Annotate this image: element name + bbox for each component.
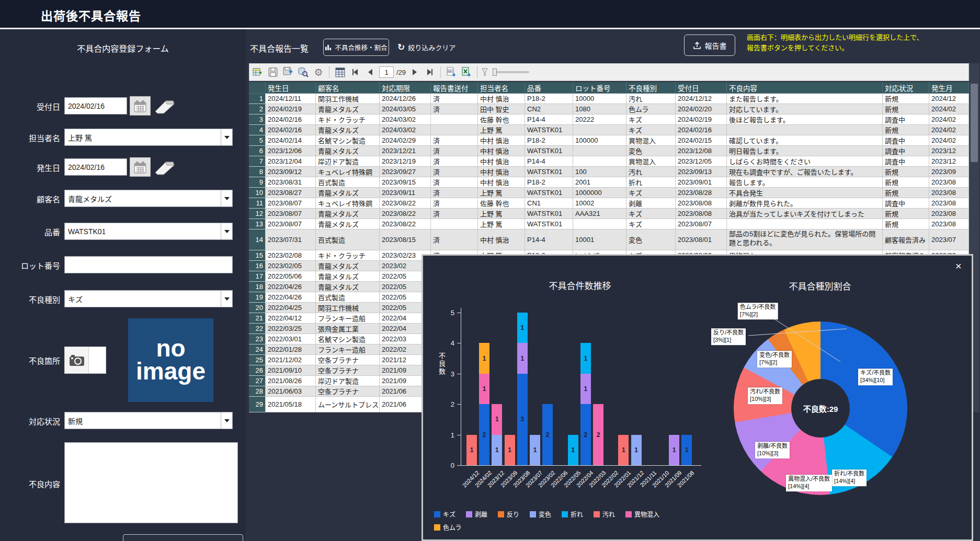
table-cell[interactable]: 2021/06/03 [266,386,316,397]
settings-gear-icon[interactable]: ⚙ [312,66,325,78]
table-cell[interactable]: 治具が当たってしまいキズを付けてしまった [727,209,883,219]
page-input[interactable]: 1 [379,66,394,78]
table-cell[interactable]: 新規 [883,219,929,229]
table-cell[interactable]: 新規 [883,188,929,198]
table-cell[interactable]: 調査中 [883,156,929,167]
table-cell[interactable]: AAA321 [573,209,626,219]
table-cell[interactable]: 中村 慎治 [478,229,525,250]
table-cell[interactable]: 2021/12/02 [266,355,316,365]
table-cell[interactable]: 岸辺ドア製造 [316,156,380,167]
table-cell[interactable]: 調査中 [883,135,929,146]
person-dropdown-button[interactable] [221,129,232,145]
table-cell[interactable]: 中村 慎治 [478,135,525,146]
table-cell[interactable]: 済 [431,146,478,156]
table-cell[interactable]: 済 [431,94,478,104]
table-cell[interactable]: 2023/12/05 [676,156,727,167]
occur-erase-button[interactable] [153,157,176,177]
table-cell[interactable]: 2022/04/26 [266,292,316,303]
table-cell[interactable]: 2023/08/01 [676,229,727,250]
customer-dropdown-button[interactable] [221,190,232,206]
row-number[interactable]: 4 [249,125,266,135]
table-cell[interactable]: WATSTK01 [525,146,573,156]
column-header[interactable]: 顧客名 [316,82,380,94]
table-cell[interactable]: 2023/08 [929,209,969,219]
table-cell[interactable]: P18-2 [525,135,573,146]
column-header[interactable]: 不良内容 [727,82,883,94]
add-record-button[interactable] [252,66,264,78]
table-cell[interactable]: 新規 [883,125,929,135]
table-cell[interactable]: CN2 [525,104,573,114]
table-cell[interactable]: 新規 [883,167,929,177]
table-cell[interactable]: 不具合発生 [727,188,883,198]
defect-detail-textarea[interactable] [64,442,238,523]
table-cell[interactable]: また報告します。 [727,94,883,104]
table-cell[interactable]: 10001 [573,229,626,250]
table-cell[interactable]: 調査中 [883,198,929,209]
save-upload-button[interactable] [282,66,294,78]
table-cell[interactable]: 済 [431,177,478,188]
clear-filter-button[interactable]: ↻ 絞り込みクリア [397,42,455,53]
chart-toggle-button[interactable]: 不具合推移・割合 [323,39,389,56]
table-cell[interactable]: 2023/12/19 [380,156,431,167]
row-number[interactable]: 21 [249,313,266,324]
table-cell[interactable]: 2023/08/08 [676,198,727,209]
row-number[interactable]: 27 [249,376,266,386]
reception-erase-button[interactable] [153,96,176,116]
table-cell[interactable]: 2022/01/28 [266,344,316,355]
table-cell[interactable]: 名鯱マシン製造 [316,135,380,146]
table-cell[interactable]: キズ [626,125,676,135]
row-number[interactable]: 19 [249,292,266,303]
scrollbar-thumb[interactable] [971,84,978,162]
table-cell[interactable]: 2023/09/01 [676,177,727,188]
row-number[interactable]: 16 [249,261,266,271]
row-number[interactable]: 29 [249,397,266,412]
table-cell[interactable]: P18-2 [525,177,573,188]
customer-select[interactable]: 青龍メタルズ [64,190,233,207]
excel-export-button[interactable] [460,66,473,78]
table-cell[interactable]: 2024/03/02 [380,125,431,135]
table-cell[interactable]: 百式製造 [316,292,380,303]
status-dropdown-button[interactable] [221,412,232,429]
table-cell[interactable]: 2021/08/26 [266,376,316,386]
status-select[interactable]: 新規 [64,412,233,429]
table-cell[interactable]: 2023/07/31 [266,229,316,250]
row-number[interactable]: 7 [249,156,266,167]
camera-button[interactable] [64,347,89,374]
table-cell[interactable] [431,219,478,229]
table-cell[interactable]: WATSTK01 [525,188,573,198]
table-cell[interactable]: 青龍メタルズ [316,104,380,114]
table-cell[interactable]: 2023/08/07 [266,198,316,209]
table-cell[interactable]: 済 [431,188,478,198]
table-cell[interactable]: 2023/08/08 [676,209,727,219]
table-cell[interactable]: 変色 [626,229,676,250]
prev-page-button[interactable] [364,66,377,78]
image-slot[interactable] [89,347,106,374]
table-cell[interactable] [431,125,478,135]
table-cell[interactable]: 2024/02/16 [676,125,727,135]
table-cell[interactable]: 2024/03/05 [380,104,431,114]
table-cell[interactable]: ムーンサルトプレス [316,397,380,412]
table-cell[interactable]: 2024/02/14 [266,135,316,146]
row-number[interactable]: 22 [249,324,266,334]
table-cell[interactable]: 剥離が数件見られた。 [727,198,883,209]
row-number[interactable]: 28 [249,386,266,397]
table-cell[interactable]: 済 [431,167,478,177]
table-cell[interactable]: 2023/12 [929,146,969,156]
zoom-slider-handle[interactable] [493,68,497,76]
table-cell[interactable]: 2023/08/07 [266,209,316,219]
table-cell[interactable]: 青龍メタルズ [316,219,380,229]
table-cell[interactable]: 折れ [626,177,676,188]
submit-button[interactable]: 登録 [123,534,243,541]
first-page-button[interactable] [349,66,361,78]
row-number[interactable]: 17 [249,271,266,282]
row-number[interactable]: 23 [249,334,266,344]
row-number[interactable]: 13 [249,219,266,229]
table-cell[interactable]: 2001 [573,177,626,188]
table-cell[interactable]: 2024/12 [929,94,969,104]
table-cell[interactable]: 新規 [883,209,929,219]
column-header[interactable]: 品番 [525,82,573,94]
table-cell[interactable]: 青龍メタルズ [316,261,380,271]
table-cell[interactable]: 2024/02/16 [266,114,316,125]
table-cell[interactable]: 2023/08/07 [266,219,316,229]
row-number[interactable]: 20 [249,303,266,313]
